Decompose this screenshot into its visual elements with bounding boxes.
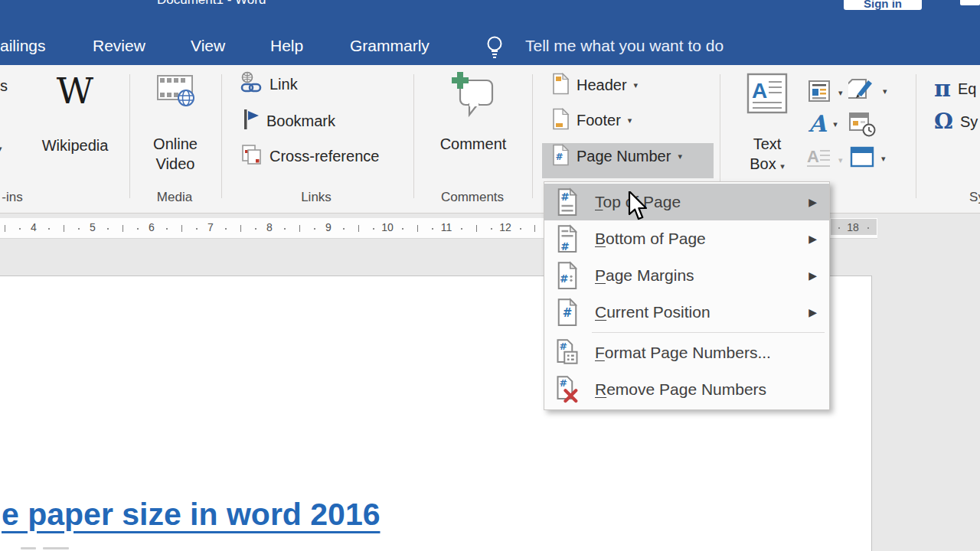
- online-video-icon: [155, 97, 195, 110]
- bookmark-button[interactable]: Bookmark: [241, 108, 335, 134]
- tab-view[interactable]: View: [191, 37, 225, 55]
- tell-me-box[interactable]: Tell me what you want to do: [525, 37, 724, 55]
- menu-separator: [592, 332, 825, 333]
- tab-grammarly[interactable]: Grammarly: [350, 37, 430, 55]
- chevron-down-icon[interactable]: ▾: [0, 144, 2, 154]
- date-time-button[interactable]: [848, 111, 876, 140]
- wikipedia-button[interactable]: W Wikipedia: [34, 73, 116, 109]
- group-separator: [221, 74, 222, 198]
- ruler-tick: [373, 228, 374, 230]
- menu-item-label: Remove Page Numbers: [595, 380, 829, 399]
- menu-item-bottom-of-page[interactable]: # Bottom of Page ▶: [544, 220, 829, 257]
- footer-button[interactable]: Footer ▾: [552, 108, 632, 133]
- drop-cap-button[interactable]: A ▾: [805, 146, 843, 174]
- online-video-label: Online Video: [142, 134, 208, 174]
- svg-text:A: A: [807, 147, 819, 166]
- object-button[interactable]: ▾: [850, 146, 886, 171]
- link-icon: [240, 71, 263, 97]
- ruler-tick: [402, 228, 403, 230]
- ruler-tick: [48, 228, 50, 230]
- quick-parts-icon: [807, 79, 831, 106]
- svg-text:#: #: [556, 152, 564, 162]
- ruler-tick: [838, 227, 840, 229]
- object-icon: [850, 146, 874, 171]
- chevron-down-icon: ▾: [678, 152, 682, 161]
- ruler-number: 18: [847, 221, 859, 233]
- sign-in-button[interactable]: Sign in: [844, 0, 922, 10]
- current-position-icon: #: [554, 298, 581, 327]
- ruler-number: 4: [31, 221, 37, 233]
- online-video-button[interactable]: Online Video: [142, 73, 208, 111]
- group-separator: [129, 74, 130, 198]
- ruler-tick: [64, 225, 64, 232]
- ruler-number: 7: [207, 221, 214, 233]
- menu-item-format-page-numbers[interactable]: # Format Page Numbers...: [544, 334, 829, 371]
- ruler-tick: [107, 228, 109, 230]
- ruler-number: 10: [381, 221, 394, 233]
- ruler-tick: [299, 225, 300, 232]
- chevron-down-icon: ▾: [883, 86, 887, 96]
- tab-help[interactable]: Help: [270, 37, 303, 55]
- group-label-symbols: Sy: [969, 190, 980, 205]
- chevron-down-icon: ▾: [838, 155, 843, 165]
- page-number-top-icon: #: [554, 187, 581, 217]
- ruler-number: 6: [149, 221, 155, 233]
- remove-page-numbers-icon: #: [554, 375, 581, 404]
- ruler-tick: [122, 225, 123, 232]
- chevron-down-icon: ▾: [833, 119, 838, 129]
- quick-parts-button[interactable]: ▾: [807, 79, 843, 106]
- page-number-button[interactable]: # Page Number ▾: [552, 144, 682, 169]
- chevron-down-icon: ▾: [628, 116, 632, 126]
- header-button[interactable]: Header ▾: [552, 73, 638, 98]
- group-label-comments: Comments: [441, 190, 504, 205]
- ruler-tick: [461, 228, 462, 230]
- menu-item-label: Bottom of Page: [595, 230, 808, 248]
- format-page-numbers-icon: #: [554, 338, 581, 367]
- group-label-links: Links: [301, 190, 332, 205]
- svg-text:#: #: [560, 240, 570, 253]
- header-icon: [552, 73, 570, 98]
- svg-text:#: #: [559, 341, 567, 352]
- cross-reference-button[interactable]: Cross-reference: [240, 143, 379, 169]
- lightbulb-icon: [485, 35, 505, 63]
- signature-line-icon: [848, 76, 876, 106]
- group-separator: [413, 74, 414, 198]
- ruler-tick: [491, 228, 492, 230]
- wordart-button[interactable]: A ▾: [808, 112, 838, 135]
- document-heading: e paper size in word 2016: [2, 497, 380, 533]
- equation-button[interactable]: π Eq: [934, 77, 976, 100]
- addin-button-fragment[interactable]: s: [0, 77, 8, 95]
- ruler-tick: [5, 225, 5, 232]
- window-control-fragment[interactable]: [960, 0, 980, 5]
- ruler-number: 12: [499, 221, 511, 233]
- menu-item-current-position[interactable]: # Current Position ▶: [544, 294, 829, 331]
- menu-item-label: Format Page Numbers...: [595, 344, 829, 362]
- title-bar: Document1 - Word Sign in: [0, 0, 980, 11]
- ruler-tick: [867, 227, 869, 229]
- pi-icon: π: [934, 77, 951, 100]
- ruler-number: 5: [90, 221, 96, 233]
- signature-line-button[interactable]: ▾: [848, 76, 887, 106]
- svg-text:#: #: [563, 306, 573, 320]
- svg-text:#: #: [560, 272, 569, 285]
- menu-item-remove-page-numbers[interactable]: # Remove Page Numbers: [544, 371, 829, 408]
- ruler-tick: [343, 228, 345, 230]
- submenu-arrow-icon: ▶: [808, 269, 817, 282]
- menu-item-top-of-page[interactable]: # Top of Page ▶: [544, 184, 829, 220]
- text-box-icon: A: [746, 105, 789, 118]
- submenu-arrow-icon: ▶: [808, 233, 817, 245]
- text-box-label: Text Box ▾: [737, 134, 798, 176]
- group-separator: [916, 74, 916, 198]
- link-button[interactable]: Link: [240, 71, 298, 97]
- wikipedia-label: Wikipedia: [34, 135, 116, 155]
- comment-button[interactable]: Comment: [431, 71, 515, 122]
- symbol-button[interactable]: Ω Sy: [934, 111, 978, 132]
- tab-mailings[interactable]: ailings: [0, 37, 46, 55]
- menu-item-page-margins[interactable]: # Page Margins ▶: [544, 257, 829, 294]
- tab-review[interactable]: Review: [93, 37, 145, 55]
- ruler-tick: [225, 228, 227, 230]
- drop-cap-icon: A: [805, 146, 831, 174]
- text-box-button[interactable]: A Text Box ▾: [737, 71, 798, 119]
- ruler-tick: [19, 228, 21, 230]
- svg-text:#: #: [559, 377, 567, 389]
